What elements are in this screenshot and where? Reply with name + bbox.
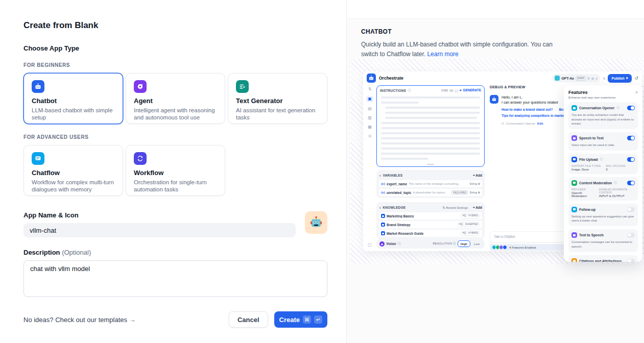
beginner-cards: Chatbot LLM-based chatbot with simple se…: [23, 73, 327, 124]
feature-card-text-to-speech: Text to Speech Conversation messages can…: [568, 229, 638, 252]
preview-topbar: Orchestrate GPT-4o CHAT ⚲ ⚙ ∨ ⇅ Publish …: [363, 71, 642, 85]
cancel-button[interactable]: Cancel: [229, 311, 268, 328]
content-moderation-icon: [571, 180, 577, 186]
edit-link: Edit: [537, 122, 543, 125]
model-selector: GPT-4o CHAT ⚲ ⚙ ∨: [552, 74, 600, 82]
description-textarea[interactable]: chat with vllm model: [23, 260, 327, 297]
workflow-icon: [134, 152, 147, 165]
debug-preview-section: DEBUG & PREVIEW Hello, I am L. I can ans…: [490, 85, 565, 125]
chatflow-icon: [32, 152, 44, 165]
description-row: Description (Optional) chat with vllm mo…: [23, 249, 327, 299]
citations-icon: [571, 258, 577, 262]
dataset-icon: [381, 223, 385, 227]
variable-row: {x} unrelated_topic A placeholder for to…: [379, 189, 482, 196]
card-desc: Orchestration for single-turn automation…: [134, 179, 217, 193]
app-type-card-chatbot[interactable]: Chatbot LLM-based chatbot with simple se…: [23, 73, 123, 124]
feature-toggle: [627, 233, 635, 237]
feature-toggle: [627, 106, 635, 110]
card-desc: AI assistant for text generation tasks: [236, 107, 319, 121]
suggested-question: How to make a brand stand out? Bes: [502, 108, 565, 111]
app-type-card-workflow[interactable]: Workflow Orchestration for single-turn a…: [126, 145, 225, 196]
add-variable-button: + Add: [473, 174, 482, 177]
choose-app-type-label: Choose App Type: [23, 44, 323, 52]
vision-row: ◉ Vision ⓘ RESOLUTION ⓘ High Low: [376, 239, 485, 249]
create-button[interactable]: Create ⌘ ↵: [274, 311, 327, 328]
features-title: Features: [568, 90, 588, 95]
sidebar-image-icon: ▤: [368, 106, 372, 111]
app-type-card-chatflow[interactable]: Chatflow Workflow for complex multi-turn…: [23, 145, 123, 196]
feature-badge-icon: [503, 245, 507, 250]
features-enabled-bar: 4 Features Enabled: [490, 244, 565, 251]
swap-icon: ⇅: [368, 87, 372, 92]
info-icon: ⓘ: [614, 181, 617, 185]
bot-greeting: Hello, I am L. I can answer your questio…: [502, 95, 565, 105]
preview-sidebar: ⇅ ▣ ▤ ▥ ▦ ⊙ ▢: [363, 85, 376, 251]
create-from-blank-modal: Create from Blank Choose App Type FOR BE…: [0, 0, 346, 343]
instructions-skeleton: [377, 95, 484, 160]
orchestrate-title: Orchestrate: [379, 76, 403, 81]
app-type-card-agent[interactable]: Agent Intelligent agent with reasoning a…: [126, 73, 225, 124]
preview-illustration: Orchestrate GPT-4o CHAT ⚲ ⚙ ∨ ⇅ Publish …: [350, 59, 644, 264]
model-params-icon: ⚲: [587, 77, 589, 80]
chatbot-icon: [32, 80, 44, 93]
preview-description: Quickly build an LLM-based chatbot with …: [361, 40, 569, 59]
suggested-question: Tips for analyzing competitors in market: [502, 114, 565, 117]
required-badge: REQUIRED: [451, 190, 468, 195]
add-knowledge-button: + Add: [473, 206, 482, 209]
model-provider-icon: [555, 76, 560, 81]
optional-hint: (Optional): [62, 249, 91, 256]
model-chat-tag: CHAT: [576, 76, 586, 81]
feature-toggle: [627, 259, 635, 262]
instructions-title: INSTRUCTIONS: [380, 89, 406, 92]
knowledge-panel: ∨ KNOWLEDGE ⇅ Rerank Settings + Add Mark…: [376, 202, 485, 239]
app-name-input[interactable]: [23, 223, 296, 237]
sidebar-bottom-icon: ▢: [363, 242, 376, 247]
feature-card-conversation-opener: Conversation Opener ⓘ You are an entity …: [568, 102, 638, 129]
feature-card-content-moderation: Content Moderation ⓘ PROVIDEROpenAI Mode…: [568, 177, 638, 201]
dataset-icon: [381, 214, 385, 218]
resolution-low-button: Low: [472, 242, 482, 246]
learn-more-link[interactable]: Learn more: [427, 51, 458, 58]
card-title: Chatbot: [32, 97, 115, 105]
resolution-high-button: High: [458, 240, 470, 247]
variable-row: {x} expert_name The name of the strategi…: [379, 180, 482, 187]
follow-up-icon: [571, 207, 577, 212]
dataset-icon: [381, 231, 385, 235]
app-name-row: App Name & Icon: [23, 211, 327, 237]
app-type-card-text-generator[interactable]: Text Generator AI assistant for text gen…: [228, 73, 327, 124]
arrow-right-icon: →: [129, 316, 136, 324]
feature-toggle: [627, 157, 635, 162]
card-title: Workflow: [134, 169, 217, 177]
chevron-down-icon: ∨: [379, 174, 381, 177]
templates-link[interactable]: No ideas? Check out our templates →: [23, 316, 136, 324]
modal-footer: No ideas? Check out our templates → Canc…: [23, 311, 327, 328]
feature-desc: Voice input can be used in chat.: [571, 143, 635, 148]
app-icon-picker[interactable]: [305, 211, 327, 234]
conversation-opener-icon: [571, 105, 577, 111]
card-title: Agent: [134, 97, 217, 105]
debug-preview-title: DEBUG & PREVIEW: [490, 85, 565, 89]
sidebar-orchestrate-icon: ▣: [366, 96, 373, 102]
feature-card-speech-to-text: Speech to Text Voice input can be used i…: [568, 132, 638, 151]
knowledge-row: Marketing Basics HQ · HYBRID: [379, 212, 482, 219]
for-beginners-label: FOR BEGINNERS: [23, 62, 323, 68]
knowledge-row: Brand Strategy HQ · INVERTED: [379, 221, 482, 228]
generate-button: ∗ GENERATE: [459, 88, 481, 92]
preview-panel: CHATBOT Quickly build an LLM-based chatb…: [346, 0, 644, 343]
feature-card-file-upload: File Upload ⓘ SUPPORT FILE TYPESImage, D…: [568, 154, 638, 174]
feature-desc: Setting up next questions suggestion can…: [571, 214, 635, 223]
advanced-cards: Chatflow Workflow for complex multi-turn…: [23, 145, 327, 196]
enter-key-icon: ↵: [314, 315, 322, 324]
chevron-down-icon: ∨: [379, 206, 381, 209]
feature-toggle: [627, 181, 635, 185]
app-robot-icon: [367, 74, 376, 83]
info-icon: ⓘ: [408, 88, 411, 93]
vision-icon: ◉: [379, 241, 385, 247]
robot-emoji-icon: [309, 215, 323, 230]
text-to-speech-icon: [571, 232, 577, 238]
sidebar-globe-icon: ⊙: [368, 134, 372, 139]
features-subtitle: Enhance web app user experience: [568, 96, 638, 99]
info-icon: ⓘ: [600, 158, 603, 161]
feature-desc: Conversation messages can be converted t…: [571, 240, 635, 249]
features-panel: Features × Enhance web app user experien…: [564, 85, 642, 262]
